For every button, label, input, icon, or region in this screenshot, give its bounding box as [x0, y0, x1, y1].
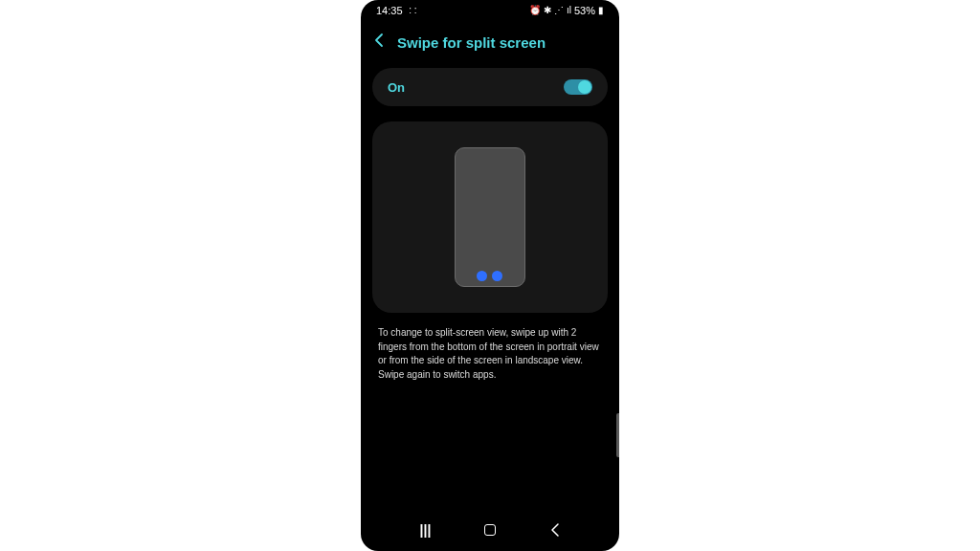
home-icon [484, 524, 496, 536]
clock-text: 14:35 [376, 5, 403, 16]
notification-dots-icon: : : [407, 6, 417, 15]
toggle-knob [578, 80, 591, 94]
navigation-bar: ||| [361, 515, 619, 551]
alarm-icon: ⏰ [529, 6, 541, 15]
phone-illustration [455, 147, 525, 287]
illustration-card [372, 121, 608, 313]
bluetooth-icon: ✱ [544, 6, 551, 15]
status-left: 14:35 : : [376, 5, 417, 16]
toggle-row[interactable]: On [372, 68, 608, 106]
battery-text: 53% [574, 5, 595, 16]
back-nav-button[interactable] [526, 522, 584, 538]
page-header: Swipe for split screen [361, 21, 619, 68]
toggle-label: On [388, 80, 405, 95]
signal-icon: ıl [567, 6, 571, 15]
status-right: ⏰ ✱ ⋰ ıl 53% ▮ [529, 5, 604, 16]
description-text: To change to split-screen view, swipe up… [361, 326, 619, 382]
wifi-icon: ⋰ [554, 6, 564, 15]
status-bar: 14:35 : : ⏰ ✱ ⋰ ıl 53% ▮ [361, 0, 619, 21]
recents-button[interactable]: ||| [397, 522, 455, 538]
spacer [361, 382, 619, 515]
chevron-left-icon [549, 522, 561, 538]
scroll-indicator[interactable] [616, 413, 619, 457]
recents-icon: ||| [420, 522, 432, 538]
chevron-left-icon [374, 33, 384, 48]
page-title: Swipe for split screen [397, 34, 546, 51]
battery-icon: ▮ [598, 6, 604, 15]
toggle-switch[interactable] [564, 79, 592, 95]
device-screen: 14:35 : : ⏰ ✱ ⋰ ıl 53% ▮ Swipe for split… [361, 0, 619, 551]
back-button[interactable] [370, 31, 388, 55]
home-button[interactable] [461, 524, 519, 536]
finger-dot-icon [477, 271, 487, 281]
finger-dot-icon [492, 271, 502, 281]
